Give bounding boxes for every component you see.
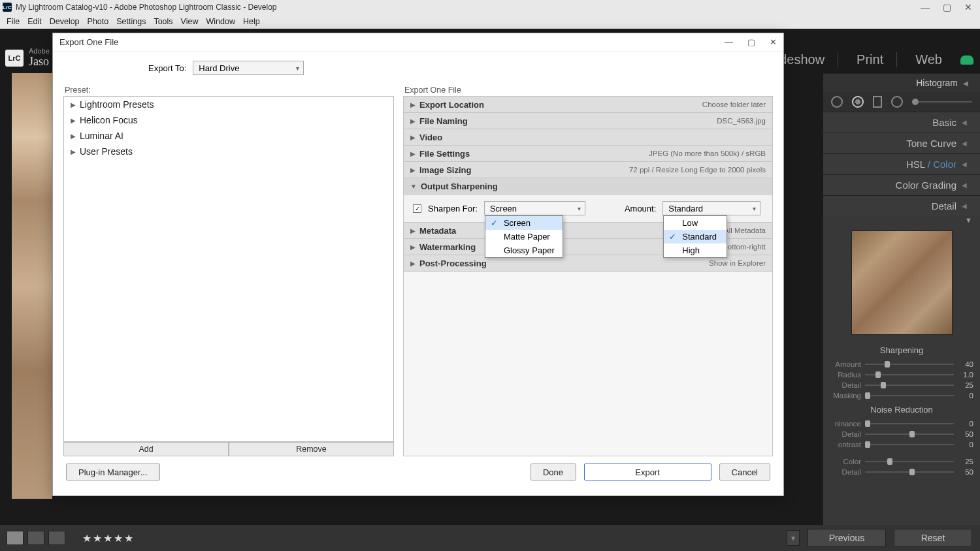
remove-preset-button[interactable]: Remove	[229, 442, 394, 456]
menu-view[interactable]: View	[177, 17, 203, 26]
dropdown-menu[interactable]: LowStandardHigh	[663, 215, 727, 258]
dropdown-option[interactable]: Standard	[664, 230, 727, 244]
disclosure-triangle-icon[interactable]: ▶	[410, 101, 416, 108]
disclosure-triangle-icon[interactable]: ▶	[410, 134, 416, 141]
dropdown-menu[interactable]: ScreenMatte PaperGlossy Paper	[485, 215, 563, 258]
tool-strip[interactable]	[823, 92, 980, 112]
disclosure-triangle-icon[interactable]: ▶	[410, 260, 416, 267]
module-web[interactable]: Web	[915, 52, 942, 67]
panel-detail[interactable]: Detail◀	[823, 195, 980, 216]
panel-basic[interactable]: Basic◀	[823, 112, 980, 133]
color-row[interactable]: Color25	[823, 456, 980, 467]
menu-window[interactable]: Window	[202, 17, 238, 26]
dropdown-option[interactable]: Glossy Paper	[485, 244, 563, 257]
param-slider[interactable]	[865, 471, 954, 473]
menu-settings[interactable]: Settings	[112, 17, 150, 26]
reset-button[interactable]: Reset	[894, 529, 972, 547]
param-slider[interactable]	[865, 364, 954, 365]
disclosure-triangle-icon[interactable]: ▶	[410, 150, 416, 157]
amount-dropdown[interactable]: Standard	[662, 201, 760, 215]
dialog-maximize-icon[interactable]: ▢	[747, 37, 755, 47]
disclosure-triangle-icon[interactable]: ▶	[410, 166, 416, 174]
preset-group[interactable]: ▶Luminar AI	[64, 128, 393, 144]
disclosure-triangle-icon[interactable]: ▼	[410, 183, 417, 190]
panel-hsl-color[interactable]: HSL / Color◀	[823, 153, 980, 174]
panel-color-grading[interactable]: Color Grading◀	[823, 174, 980, 195]
menu-help[interactable]: Help	[239, 17, 264, 26]
disclosure-triangle-icon[interactable]: ▶	[71, 148, 76, 155]
export-section-header[interactable]: ▶Video	[404, 129, 772, 146]
dialog-minimize-icon[interactable]: —	[725, 37, 733, 47]
param-slider[interactable]	[865, 461, 954, 462]
noise-reduction-row[interactable]: ontrast0	[823, 439, 980, 450]
color-row[interactable]: Detail50	[823, 467, 980, 477]
menu-develop[interactable]: Develop	[46, 17, 84, 26]
cloud-sync-icon[interactable]	[960, 55, 973, 65]
dropdown-option[interactable]: Screen	[485, 216, 563, 230]
param-slider[interactable]	[865, 444, 954, 445]
disclosure-triangle-icon[interactable]: ▶	[410, 118, 416, 125]
preset-list[interactable]: ▶Lightroom Presets▶Helicon Focus▶Luminar…	[63, 96, 394, 442]
param-slider[interactable]	[865, 374, 954, 375]
tool-slider[interactable]	[912, 101, 972, 102]
sharpening-row[interactable]: Masking0	[823, 390, 980, 401]
panel-tone-curve[interactable]: Tone Curve◀	[823, 133, 980, 153]
disclosure-triangle-icon[interactable]: ▶	[71, 133, 76, 140]
mask-tool-icon[interactable]	[891, 96, 903, 108]
view-split-icon[interactable]	[48, 531, 65, 545]
module-print[interactable]: Print	[857, 52, 897, 67]
dropdown-option[interactable]: Matte Paper	[485, 230, 563, 244]
dropdown-option[interactable]: High	[664, 244, 727, 257]
dropdown-option[interactable]: Low	[664, 216, 727, 230]
sharpen-for-checkbox[interactable]: ✓	[413, 204, 421, 213]
export-to-dropdown[interactable]: Hard Drive	[193, 61, 304, 75]
minimize-icon[interactable]: —	[921, 2, 930, 12]
view-loupe-icon[interactable]	[7, 531, 24, 545]
param-slider[interactable]	[865, 433, 954, 435]
menu-photo[interactable]: Photo	[84, 17, 113, 26]
disclosure-triangle-icon[interactable]: ▶	[71, 101, 76, 108]
spot-tool-icon[interactable]	[852, 96, 864, 108]
add-preset-button[interactable]: Add	[63, 442, 229, 456]
detail-zoom-toggle[interactable]: ▼	[823, 216, 980, 224]
toolbar-dropdown-icon[interactable]: ▼	[787, 530, 800, 546]
param-slider[interactable]	[865, 385, 954, 386]
maximize-icon[interactable]: ▢	[943, 2, 951, 12]
done-button[interactable]: Done	[531, 464, 576, 480]
menu-file[interactable]: File	[3, 17, 24, 26]
plugin-manager-button[interactable]: Plug-in Manager...	[66, 464, 160, 480]
preset-group[interactable]: ▶Lightroom Presets	[64, 97, 393, 112]
disclosure-triangle-icon[interactable]: ▶	[410, 227, 416, 234]
noise-reduction-row[interactable]: ninance0	[823, 418, 980, 429]
export-button[interactable]: Export	[584, 464, 711, 480]
param-slider[interactable]	[865, 423, 954, 424]
disclosure-triangle-icon[interactable]: ▶	[71, 117, 76, 124]
dialog-close-icon[interactable]: ✕	[770, 37, 777, 47]
export-section-header[interactable]: ▼Output Sharpening	[404, 178, 772, 195]
rating-stars[interactable]: ★★★★★	[82, 532, 135, 544]
redeye-tool-icon[interactable]	[873, 96, 882, 108]
sharpening-row[interactable]: Detail25	[823, 380, 980, 390]
previous-button[interactable]: Previous	[808, 529, 886, 547]
menu-edit[interactable]: Edit	[24, 17, 46, 26]
sharpen-for-dropdown[interactable]: Screen	[484, 201, 585, 215]
preset-group[interactable]: ▶User Presets	[64, 144, 393, 159]
module-picker[interactable]: lideshow Print Web	[774, 52, 942, 67]
preset-group[interactable]: ▶Helicon Focus	[64, 112, 393, 128]
menu-bar[interactable]: File Edit Develop Photo Settings Tools V…	[0, 14, 980, 29]
sharpening-row[interactable]: Radius1.0	[823, 370, 980, 380]
view-before-after-icon[interactable]	[27, 531, 44, 545]
export-section-header[interactable]: ▶File SettingsJPEG (No more than 500k) /…	[404, 146, 772, 162]
sharpening-row[interactable]: Amount40	[823, 359, 980, 370]
menu-tools[interactable]: Tools	[150, 17, 176, 26]
export-section-header[interactable]: ▶File NamingDSC_4563.jpg	[404, 113, 772, 129]
param-slider[interactable]	[865, 395, 954, 396]
close-icon[interactable]: ✕	[964, 2, 972, 12]
crop-tool-icon[interactable]	[831, 96, 843, 108]
noise-reduction-row[interactable]: Detail50	[823, 429, 980, 439]
cancel-button[interactable]: Cancel	[719, 464, 770, 480]
detail-preview-thumb[interactable]	[851, 230, 953, 335]
disclosure-triangle-icon[interactable]: ▶	[410, 244, 416, 251]
histogram-header[interactable]: Histogram◀	[823, 73, 980, 92]
export-section-header[interactable]: ▶Export LocationChoose folder later	[404, 97, 772, 113]
